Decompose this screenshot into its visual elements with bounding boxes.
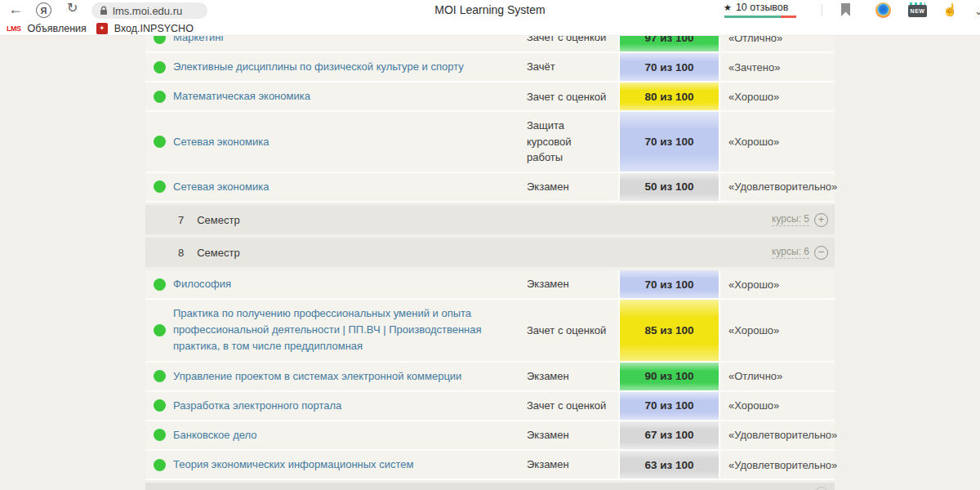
- grade-label: «Удовлетворительно»: [720, 421, 837, 449]
- toolbar-divider: [822, 4, 822, 16]
- course-row: МаркетингЗачет с оценкой97 из 100«Отличн…: [145, 36, 835, 53]
- exam-type-label: Экзамен: [527, 173, 618, 201]
- completed-dot-icon: [154, 36, 166, 44]
- semester-header-row[interactable]: 8Семестркурсы: 6−: [145, 238, 835, 267]
- course-name-link[interactable]: Практика по получению профессиональных у…: [173, 300, 527, 360]
- status-dot-cell: [145, 36, 173, 51]
- score-cell: 80 из 100: [618, 82, 720, 110]
- browser-chrome: ← Я ↻ lms.moi.edu.ru MOI Learning System…: [0, 0, 980, 21]
- courses-count-link[interactable]: курсы: 5: [772, 213, 809, 226]
- status-dot-cell: [145, 300, 173, 360]
- grade-label: «Отлично»: [720, 363, 835, 390]
- reviews-button[interactable]: ★ 10 отзывов: [724, 2, 788, 13]
- score-cell: 50 из 100: [618, 173, 720, 201]
- completed-dot-icon: [154, 278, 166, 291]
- status-dot-cell: [145, 363, 173, 390]
- course-row: Разработка электронного порталаЗачет с о…: [145, 392, 835, 421]
- page-content: МаркетингЗачет с оценкой97 из 100«Отличн…: [0, 36, 980, 490]
- course-row: Практика по получению профессиональных у…: [145, 300, 835, 362]
- course-row: Управление проектом в системах электронн…: [145, 363, 835, 392]
- exam-type-label: Экзамен: [527, 451, 618, 479]
- grade-label: «Хорошо»: [720, 270, 835, 298]
- exam-type-label: Экзамен: [527, 270, 618, 298]
- course-row: Элективные дисциплины по физической куль…: [145, 53, 835, 82]
- semester-controls: курсы: 6−: [772, 246, 828, 260]
- score-cell: 70 из 100: [618, 392, 720, 420]
- course-name-link[interactable]: Управление проектом в системах электронн…: [173, 363, 527, 390]
- course-name-link[interactable]: Математическая экономика: [173, 82, 527, 110]
- completed-dot-icon: [154, 91, 166, 103]
- next-semester-row-clipped: [145, 483, 835, 490]
- score-cell: 63 из 100: [618, 451, 720, 479]
- bookmark-label: Объявления: [28, 23, 87, 34]
- semester-number: 8: [178, 247, 184, 259]
- completed-dot-icon: [154, 429, 166, 441]
- courses-count-link[interactable]: курсы: 6: [772, 246, 809, 259]
- course-name-link[interactable]: Сетевая экономика: [173, 173, 527, 201]
- score-cell: 70 из 100: [618, 112, 720, 172]
- grade-label: «Отлично»: [720, 36, 835, 51]
- bookmark-item-inpsycho[interactable]: ✦ Вход.INPSYCHO: [96, 23, 194, 34]
- bookmarks-bar: LMS Объявления ✦ Вход.INPSYCHO: [0, 21, 980, 36]
- status-dot-cell: [145, 392, 173, 420]
- course-row: Банковское делоЭкзамен67 из 100«Удовлетв…: [145, 421, 835, 451]
- clipped-edge-icon[interactable]: ⌄: [974, 5, 980, 17]
- inpsycho-favicon-icon: ✦: [96, 23, 108, 34]
- completed-dot-icon: [154, 136, 166, 148]
- extension-circle-icon[interactable]: [875, 2, 891, 18]
- course-row: Сетевая экономикаЭкзамен50 из 100«Удовле…: [145, 173, 835, 203]
- status-dot-cell: [145, 173, 173, 201]
- completed-dot-icon: [154, 324, 166, 336]
- course-name-link[interactable]: Элективные дисциплины по физической куль…: [173, 53, 527, 81]
- lms-favicon-icon: LMS: [7, 24, 21, 33]
- course-name-link[interactable]: Разработка электронного портала: [173, 392, 527, 420]
- rating-bar: [724, 16, 796, 18]
- completed-dot-icon: [154, 61, 166, 74]
- star-icon: ★: [724, 2, 732, 13]
- course-row: Математическая экономикаЗачет с оценкой8…: [145, 82, 835, 112]
- completed-dot-icon: [154, 370, 166, 382]
- course-name-link[interactable]: Теория экономических информационных сист…: [173, 451, 527, 479]
- collapse-button[interactable]: −: [814, 246, 828, 260]
- score-cell: 90 из 100: [618, 363, 720, 390]
- status-dot-cell: [145, 451, 173, 479]
- grade-label: «Хорошо»: [720, 392, 835, 420]
- semester-header-row[interactable]: 7Семестркурсы: 5+: [145, 205, 835, 234]
- course-name-link[interactable]: Философия: [173, 270, 527, 298]
- bookmark-label: Вход.INPSYCHO: [114, 23, 194, 34]
- score-cell: 67 из 100: [618, 421, 720, 449]
- status-dot-cell: [145, 270, 173, 298]
- grade-label: «Зачтено»: [720, 53, 835, 81]
- grade-label: «Удовлетворительно»: [720, 173, 837, 201]
- completed-dot-icon: [154, 399, 166, 412]
- exam-type-label: Зачет с оценкой: [527, 82, 618, 110]
- bookmark-item-announcements[interactable]: LMS Объявления: [7, 23, 87, 34]
- course-row: Сетевая экономикаЗащита курсовой работы7…: [145, 112, 835, 173]
- course-name-link[interactable]: Сетевая экономика: [173, 112, 527, 172]
- new-extension-icon[interactable]: NEW: [908, 5, 927, 17]
- status-dot-cell: [145, 421, 173, 449]
- score-cell: 70 из 100: [618, 270, 720, 298]
- grade-label: «Хорошо»: [720, 112, 835, 172]
- course-row: Теория экономических информационных сист…: [145, 451, 835, 480]
- expand-button-clipped: [815, 487, 828, 490]
- course-name-link[interactable]: Маркетинг: [173, 36, 527, 51]
- score-cell: 85 из 100: [618, 300, 720, 360]
- score-cell: 97 из 100: [618, 36, 720, 51]
- bookmark-flag-icon[interactable]: [841, 3, 850, 16]
- grade-label: «Хорошо»: [720, 82, 835, 110]
- status-dot-cell: [145, 53, 173, 81]
- exam-type-label: Экзамен: [527, 363, 618, 390]
- completed-dot-icon: [154, 180, 166, 193]
- exam-type-label: Зачет с оценкой: [527, 392, 618, 420]
- exam-type-label: Зачёт: [527, 53, 618, 81]
- hand-pointer-icon[interactable]: ☝: [942, 2, 958, 17]
- course-name-link[interactable]: Банковское дело: [173, 421, 527, 449]
- rating-bar-negative: [781, 16, 796, 18]
- expand-button[interactable]: +: [814, 213, 828, 227]
- status-dot-cell: [145, 82, 173, 110]
- grades-table: МаркетингЗачет с оценкой97 из 100«Отличн…: [145, 36, 835, 490]
- exam-type-label: Защита курсовой работы: [527, 112, 618, 172]
- page-title: MOI Learning System: [0, 3, 980, 16]
- status-dot-cell: [145, 112, 173, 172]
